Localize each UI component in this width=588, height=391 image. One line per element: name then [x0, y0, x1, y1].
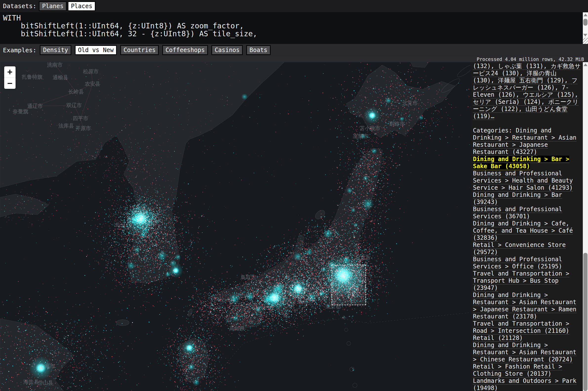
results-sidebar: (132), しゃぶ葉 (131), カギ救急サービス24 (130), 洋服の…: [470, 62, 583, 391]
example-tab-density[interactable]: Density: [40, 45, 71, 55]
map-place-label: 室蘭市: [353, 133, 369, 140]
category-link[interactable]: Business and Professional Services (3670…: [473, 206, 562, 220]
dataset-tab-places[interactable]: Places: [68, 1, 96, 11]
zoom-in-button[interactable]: +: [4, 66, 15, 78]
map-place-label: 鳥取市: [241, 274, 256, 281]
brand-link[interactable]: 洋麺屋 五右衛門 (129),: [498, 77, 572, 84]
brands-list: (132), しゃぶ葉 (131), カギ救急サービス24 (130), 洋服の…: [473, 63, 581, 120]
scroll-up-icon[interactable]: [584, 13, 588, 16]
map-place-label: 长岭县: [68, 88, 84, 95]
map-place-label: 双辽市: [66, 102, 82, 109]
category-row: Retail > Convenience Store (29572): [473, 241, 581, 256]
category-row: Retail > Fashion Retail > Clothing Store…: [473, 363, 581, 378]
example-tab-countries[interactable]: Countries: [120, 45, 159, 55]
map-place-label: 화성시: [115, 221, 131, 228]
category-link[interactable]: Dining and Drinking > Restaurant > Asian…: [473, 342, 576, 363]
category-link[interactable]: Business and Professional Services > Off…: [473, 256, 562, 270]
sql-editor-scrollbar[interactable]: [583, 12, 588, 38]
datasets-label: Datasets:: [3, 2, 36, 10]
map-place-label: 海盐县: [23, 379, 39, 385]
map-place-label: 日立市: [355, 254, 371, 261]
category-link[interactable]: Retail > Fashion Retail > Clothing Store…: [473, 363, 562, 377]
category-row: Business and Professional Services > Off…: [473, 256, 581, 270]
map-place-label: 开原市: [76, 125, 91, 132]
map-place-label: 扎鲁特旗: [22, 74, 42, 81]
map-zoom-control: + −: [4, 66, 15, 89]
example-tab-boats[interactable]: Boats: [246, 45, 271, 55]
example-tab-coffeeshops[interactable]: Coffeeshops: [162, 45, 208, 55]
category-link[interactable]: Dining and Drinking > Cafe, Coffee, and …: [473, 220, 573, 241]
sidebar-spacer: [473, 120, 581, 127]
category-link[interactable]: Dining and Drinking > Bar (39243): [473, 192, 562, 205]
category-link[interactable]: Retail > Convenience Store (29572): [473, 241, 566, 256]
map-place-label: 강원도: [132, 208, 147, 215]
scroll-up-icon[interactable]: [584, 63, 588, 66]
datasets-bar: Datasets: PlanesPlaces: [0, 0, 588, 12]
category-link[interactable]: Retail (21128): [473, 334, 523, 341]
category-row: Business and Professional Services (3670…: [473, 206, 581, 220]
map-place-label: 法库县: [59, 122, 74, 129]
example-button-group: DensityOld vs NewCountriesCoffeeshopsCas…: [40, 45, 271, 55]
query-status: Processed 4.04 million rows, 42.32 MiB: [0, 56, 588, 62]
map-place-label: 四平市: [73, 115, 88, 122]
dataset-tab-planes[interactable]: Planes: [39, 1, 67, 11]
category-row: Dining and Drinking > Bar > Sake Bar (43…: [473, 156, 581, 170]
category-row: Landmarks and Outdoors > Park (19498): [473, 378, 581, 391]
category-link[interactable]: Travel and Transportation > Road > Inter…: [473, 320, 569, 334]
sidebar-scrollbar-thumb[interactable]: [583, 253, 588, 391]
categories-label: Categories:: [473, 127, 516, 134]
category-link[interactable]: Business and Professional Services > Hea…: [473, 170, 573, 191]
category-row: Dining and Drinking > Bar (39243): [473, 192, 581, 206]
map-place-label: 松原市: [83, 68, 99, 75]
example-tab-old-vs-new[interactable]: Old vs New: [75, 45, 117, 55]
map-place-label: 속초시: [148, 218, 163, 224]
resize-grip-icon[interactable]: [583, 38, 588, 44]
map-place-label: 农安县: [85, 81, 101, 87]
category-link-highlighted[interactable]: Dining and Drinking > Bar > Sake Bar (43…: [473, 156, 569, 170]
category-link[interactable]: Travel and Transportation > Transport Hu…: [473, 270, 569, 291]
map-place-label: 通榆县: [53, 74, 68, 81]
map-place-label: 奈曼旗: [13, 108, 28, 115]
brand-link[interactable]: しゃぶ葉 (131),: [498, 63, 551, 70]
map[interactable]: 洮南市松原市扎鲁特旗通榆县农安县长岭县通辽市双辽市奈曼旗四平市法库县开原市강원도…: [0, 62, 470, 391]
category-link[interactable]: Dining and Drinking > Restaurant > Asian…: [473, 292, 576, 320]
brand-link[interactable]: (132),: [473, 63, 498, 70]
category-row: Business and Professional Services > Hea…: [473, 170, 581, 192]
zoom-out-button[interactable]: −: [4, 78, 15, 89]
map-place-label: 洮南市: [47, 62, 63, 68]
examples-bar: Examples: DensityOld vs NewCountriesCoff…: [0, 44, 588, 56]
map-place-label: 釧路市: [389, 120, 405, 127]
category-row: Dining and Drinking > Cafe, Coffee, and …: [473, 220, 581, 241]
map-place-label: 高知県: [229, 325, 245, 332]
scroll-down-icon[interactable]: [583, 34, 587, 36]
category-row: Dining and Drinking > Restaurant > Asian…: [473, 292, 581, 320]
map-place-label: 苫小牧市: [360, 125, 380, 132]
examples-label: Examples:: [3, 47, 36, 54]
example-tab-casinos[interactable]: Casinos: [211, 45, 243, 55]
category-row: Categories: Dining and Drinking > Restau…: [473, 127, 581, 156]
category-row: Travel and Transportation > Transport Hu…: [473, 270, 581, 292]
sql-editor[interactable]: WITH bitShiftLeft(1::UInt64, {z:UInt8}) …: [0, 12, 588, 44]
map-place-label: 岱山县: [38, 380, 53, 386]
map-place-label: 通辽市: [27, 103, 43, 109]
map-selection-box: [332, 265, 366, 305]
sql-scrollbar-thumb[interactable]: [583, 19, 588, 26]
dataset-button-group: PlanesPlaces: [39, 1, 95, 11]
category-row: Retail (21128): [473, 334, 581, 342]
map-place-label: 浜松市: [298, 298, 313, 305]
map-place-label: 上海市: [39, 363, 55, 370]
category-row: Dining and Drinking > Restaurant > Asian…: [473, 342, 581, 363]
category-link[interactable]: Landmarks and Outdoors > Park (19498): [473, 378, 576, 391]
brand-link[interactable]: セリア (Seria) (124),: [473, 98, 548, 105]
category-row: Travel and Transportation > Road > Inter…: [473, 320, 581, 334]
brand-link[interactable]: ウエルシア (125),: [523, 91, 578, 98]
map-place-label: 北見市: [402, 100, 418, 106]
app-window: Datasets: PlanesPlaces WITH bitShiftLeft…: [0, 0, 588, 391]
categories-list: Categories: Dining and Drinking > Restau…: [473, 127, 581, 391]
sidebar-scrollbar[interactable]: [583, 62, 588, 391]
map-canvas[interactable]: [0, 62, 470, 391]
